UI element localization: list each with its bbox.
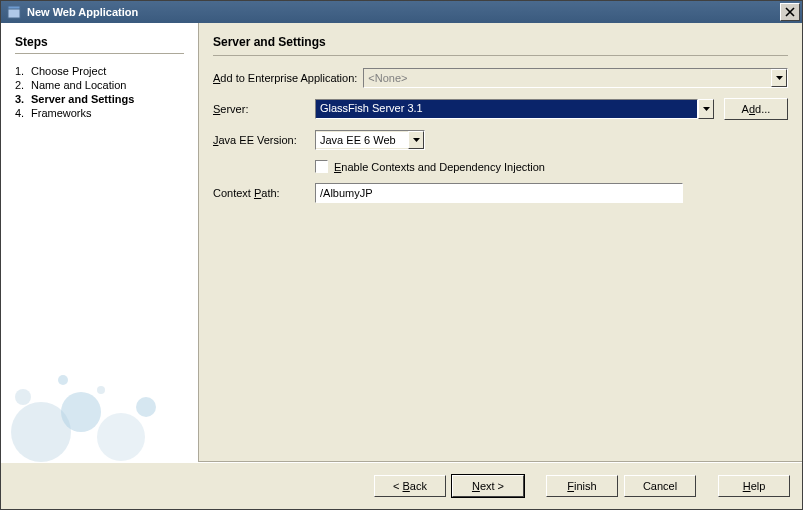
row-context-path: Context Path: xyxy=(213,183,788,203)
row-cdi: Enable Contexts and Dependency Injection xyxy=(213,160,788,173)
row-jee-version: Java EE Version: Java EE 6 Web xyxy=(213,130,788,150)
context-path-input[interactable] xyxy=(315,183,683,203)
chevron-down-icon xyxy=(771,69,787,87)
step-item: 4.Frameworks xyxy=(15,106,198,120)
step-item: 2.Name and Location xyxy=(15,78,198,92)
jee-select-value: Java EE 6 Web xyxy=(316,132,408,148)
close-button[interactable] xyxy=(780,3,800,21)
enterprise-select[interactable]: <None> xyxy=(363,68,788,88)
jee-label: Java EE Version: xyxy=(213,134,315,146)
dialog-body: Steps 1.Choose Project 2.Name and Locati… xyxy=(1,23,802,462)
server-label: Server: xyxy=(213,103,315,115)
wizard-footer: < Back Next > Finish Cancel Help xyxy=(1,462,802,509)
titlebar[interactable]: New Web Application xyxy=(1,1,802,23)
enterprise-label: Add to Enterprise Application: xyxy=(213,72,357,84)
row-enterprise-app: Add to Enterprise Application: <None> xyxy=(213,68,788,88)
svg-point-8 xyxy=(97,386,105,394)
svg-point-3 xyxy=(61,392,101,432)
svg-point-4 xyxy=(97,413,145,461)
main-panel: Server and Settings Add to Enterprise Ap… xyxy=(199,23,802,462)
sidebar-divider xyxy=(15,53,184,54)
finish-button[interactable]: Finish xyxy=(546,475,618,497)
cdi-text: Enable Contexts and Dependency Injection xyxy=(334,161,545,173)
steps-list: 1.Choose Project 2.Name and Location 3.S… xyxy=(15,64,198,120)
chevron-down-icon xyxy=(698,99,714,119)
window-title: New Web Application xyxy=(27,6,780,18)
add-server-button[interactable]: Add... xyxy=(724,98,788,120)
jee-select[interactable]: Java EE 6 Web xyxy=(315,130,425,150)
steps-sidebar: Steps 1.Choose Project 2.Name and Locati… xyxy=(1,23,199,462)
server-select-value: GlassFish Server 3.1 xyxy=(315,99,698,119)
help-button[interactable]: Help xyxy=(718,475,790,497)
chevron-down-icon xyxy=(408,131,424,149)
step-item-current: 3.Server and Settings xyxy=(15,92,198,106)
svg-point-2 xyxy=(11,402,71,462)
svg-point-6 xyxy=(15,389,31,405)
cdi-checkbox-label[interactable]: Enable Contexts and Dependency Injection xyxy=(315,160,545,173)
main-heading: Server and Settings xyxy=(213,35,788,49)
wizard-window: New Web Application Steps 1.Choose Proje… xyxy=(0,0,803,510)
svg-point-5 xyxy=(136,397,156,417)
app-icon xyxy=(7,5,21,19)
steps-heading: Steps xyxy=(15,35,198,49)
next-button[interactable]: Next > xyxy=(452,475,524,497)
svg-point-7 xyxy=(58,375,68,385)
cancel-button[interactable]: Cancel xyxy=(624,475,696,497)
enterprise-select-value: <None> xyxy=(364,70,771,86)
row-server: Server: GlassFish Server 3.1 Add... xyxy=(213,98,788,120)
close-icon xyxy=(785,7,795,17)
step-item: 1.Choose Project xyxy=(15,64,198,78)
sidebar-decoration xyxy=(1,342,199,462)
context-label: Context Path: xyxy=(213,187,315,199)
server-select[interactable]: GlassFish Server 3.1 xyxy=(315,99,714,119)
main-divider xyxy=(213,55,788,56)
cdi-checkbox[interactable] xyxy=(315,160,328,173)
back-button[interactable]: < Back xyxy=(374,475,446,497)
svg-rect-1 xyxy=(8,6,20,9)
